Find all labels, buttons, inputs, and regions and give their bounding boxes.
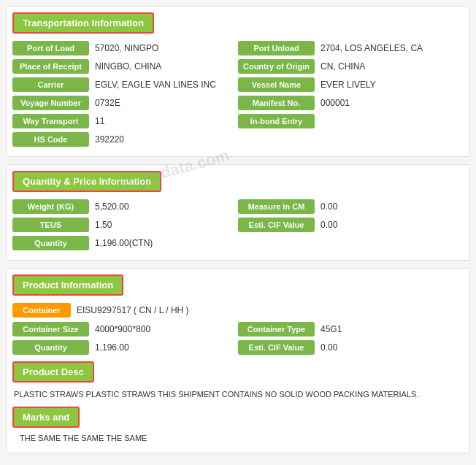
way-of-transport-label: Way Transport <box>12 114 89 128</box>
measure-row: Measure in CM 0.00 <box>238 199 464 214</box>
place-of-receipt-row: Place of Receipt NINGBO, CHINA <box>12 59 238 74</box>
port-of-load-value: 57020, NINGPO <box>89 41 232 55</box>
vessel-name-row: Vessel Name EVER LIVELY <box>238 77 464 92</box>
product-desc-text: PLASTIC STRAWS PLASTIC STRAWS THIS SHIPM… <box>12 385 464 404</box>
transportation-section: Transportation Information Port of Load … <box>6 6 470 157</box>
country-of-origin-value: CN, CHINA <box>315 59 458 74</box>
voyage-number-row: Voyage Number 0732E <box>12 96 238 110</box>
vessel-name-label: Vessel Name <box>238 77 315 92</box>
way-of-transport-value: 11 <box>89 114 232 128</box>
teus-label: TEUS <box>12 218 89 232</box>
marks-text: THE SAME THE SAME THE SAME <box>12 431 464 448</box>
voyage-number-label: Voyage Number <box>12 96 89 110</box>
esti-cif-qp-value: 0.00 <box>315 218 458 232</box>
in-bond-entry-label: In-bond Entry <box>238 114 315 128</box>
container-size-label: Container Size <box>12 322 89 337</box>
transportation-header: Transportation Information <box>12 12 154 34</box>
container-type-row: Container Type 45G1 <box>238 322 464 337</box>
esti-cif-qp-label: Esti. CIF Value <box>238 218 315 232</box>
place-of-receipt-value: NINGBO, CHINA <box>89 59 232 74</box>
carrier-label: Carrier <box>12 77 89 92</box>
quantity-product-row: Quantity 1,196.00 <box>12 340 238 355</box>
teus-row: TEUS 1.50 <box>12 218 238 232</box>
quantity-product-value: 1,196.00 <box>89 340 232 355</box>
quantity-price-header: Quantity & Price Information <box>12 171 161 192</box>
country-of-origin-label: Country of Origin <box>238 59 315 74</box>
manifest-no-row: Manifest No. 000001 <box>238 96 464 110</box>
product-header: Product Information <box>12 274 123 296</box>
in-bond-entry-row: In-bond Entry <box>238 114 464 128</box>
measure-value: 0.00 <box>315 199 458 214</box>
container-badge-label: Container <box>12 303 71 318</box>
carrier-value: EGLV, EAGLE VAN LINES INC <box>89 77 232 92</box>
esti-cif-product-label: Esti. CIF Value <box>238 340 315 355</box>
voyage-number-value: 0732E <box>89 96 232 110</box>
port-of-unload-row: Port Unload 2704, LOS ANGELES, CA <box>238 41 464 55</box>
product-desc-header: Product Desc <box>12 361 94 383</box>
port-of-unload-label: Port Unload <box>238 41 315 55</box>
weight-row: Weight (KG) 5,520.00 <box>12 199 238 214</box>
manifest-no-value: 000001 <box>315 96 458 110</box>
measure-label: Measure in CM <box>238 199 315 214</box>
marks-header: Marks and <box>12 407 80 428</box>
manifest-no-label: Manifest No. <box>238 96 315 110</box>
port-of-unload-value: 2704, LOS ANGELES, CA <box>315 41 458 55</box>
weight-label: Weight (KG) <box>12 199 89 214</box>
carrier-row: Carrier EGLV, EAGLE VAN LINES INC <box>12 77 238 92</box>
esti-cif-product-value: 0.00 <box>315 340 458 355</box>
container-size-value: 4000*900*800 <box>89 322 232 337</box>
product-section: Product Information Container EISU929751… <box>6 268 470 453</box>
esti-cif-product-row: Esti. CIF Value 0.00 <box>238 340 464 355</box>
in-bond-entry-value <box>315 119 458 123</box>
teus-value: 1.50 <box>89 218 232 232</box>
vessel-name-value: EVER LIVELY <box>315 77 458 92</box>
container-type-label: Container Type <box>238 322 315 337</box>
port-of-load-label: Port of Load <box>12 41 89 55</box>
esti-cif-qp-row: Esti. CIF Value 0.00 <box>238 218 464 232</box>
container-size-row: Container Size 4000*900*800 <box>12 322 238 337</box>
place-of-receipt-label: Place of Receipt <box>12 59 89 74</box>
quantity-qp-label: Quantity <box>12 236 89 250</box>
hs-code-row: HS Code 392220 <box>12 132 238 147</box>
quantity-price-section: Quantity & Price Information Weight (KG)… <box>6 164 470 261</box>
container-value: EISU9297517 ( CN / L / HH ) <box>71 303 458 318</box>
weight-value: 5,520.00 <box>89 199 232 214</box>
container-type-value: 45G1 <box>315 322 458 337</box>
quantity-qp-value: 1,196.00(CTN) <box>89 236 232 250</box>
way-of-transport-row: Way Transport 11 <box>12 114 238 128</box>
quantity-qp-row: Quantity 1,196.00(CTN) <box>12 236 238 250</box>
hs-code-label: HS Code <box>12 132 89 147</box>
container-row: Container EISU9297517 ( CN / L / HH ) <box>12 303 464 318</box>
quantity-product-label: Quantity <box>12 340 89 355</box>
hs-code-value: 392220 <box>89 132 232 147</box>
port-of-load-row: Port of Load 57020, NINGPO <box>12 41 238 55</box>
country-of-origin-row: Country of Origin CN, CHINA <box>238 59 464 74</box>
